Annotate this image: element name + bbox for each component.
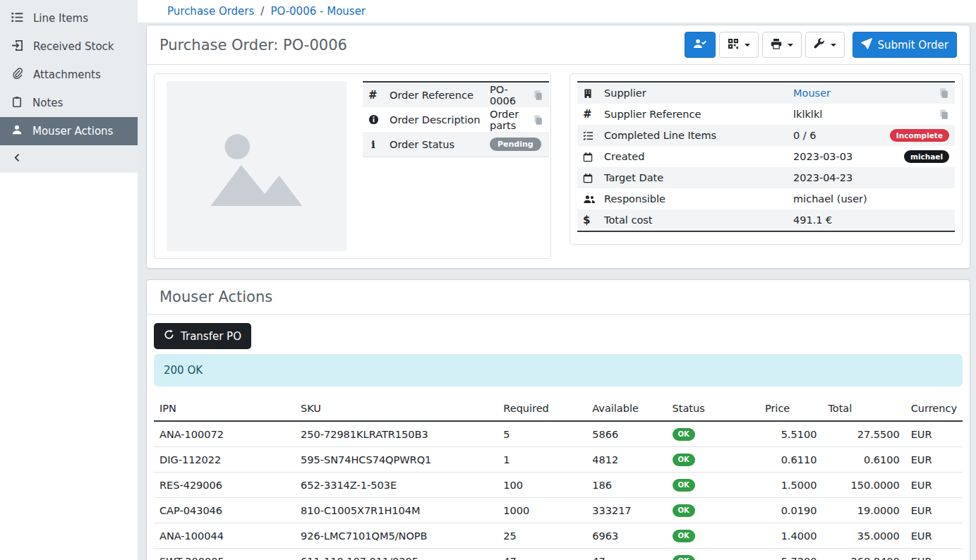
target-date-row: Target Date 2023-04-23 [577,167,955,188]
copy-icon[interactable] [533,114,543,126]
cell-required: 100 [498,473,586,498]
breadcrumb: Purchase Orders / PO-0006 - Mouser [138,0,976,23]
field-label: Target Date [604,172,793,183]
cell-available: 6963 [586,523,666,549]
copy-icon[interactable] [533,90,543,101]
cell-price: 5.7200 [759,549,822,560]
col-header-total: Total [822,401,905,421]
supplier-link[interactable]: Mouser [793,87,831,99]
status-ok-badge: OK [673,479,695,492]
cell-total: 150.0000 [822,473,905,498]
print-actions-button[interactable] [762,32,802,58]
calendar-icon [583,173,604,183]
field-label: Order Description [390,114,490,126]
cell-required: 1 [498,447,586,473]
sidebar-item-received-stock[interactable]: Received Stock [0,32,138,61]
admin-button[interactable] [685,32,716,58]
supplier-info-panel: Supplier Mouser # Supplier Reference lkl… [570,73,963,245]
cell-total: 268.8400 [822,549,905,560]
sidebar-item-label: Mouser Actions [32,125,113,138]
order-status-row: i Order Status Pending [363,132,549,157]
purchase-order-header: Purchase Order: PO-0006 [147,25,970,65]
field-label: Order Reference [390,90,490,101]
field-label: Supplier [604,87,793,99]
purchase-order-card: Purchase Order: PO-0006 [146,25,970,269]
cell-available: 5866 [586,421,666,447]
info-circle-icon [368,114,390,125]
completed-line-items-value: 0 / 6 [793,130,890,141]
col-header-status: Status [667,401,759,421]
table-row: DIG-112022 595-SN74HCS74QPWRQ1 1 4812 OK… [154,447,963,473]
cell-price: 0.6110 [759,447,822,473]
send-icon [861,38,872,52]
total-cost-value: 491.1 € [793,214,949,226]
table-header: IPN SKU Required Available Status Price … [154,401,963,421]
field-label: Completed Line Items [604,130,793,141]
refresh-icon [164,329,174,343]
cell-currency: EUR [905,447,963,473]
cell-ipn: CAP-043046 [154,498,295,523]
cell-sku: 250-72981KLRATR150B3 [295,421,498,447]
table-row: RES-429006 652-3314Z-1-503E 100 186 OK 1… [154,473,963,498]
caret-down-icon [788,44,793,47]
cell-currency: EUR [905,421,963,447]
cell-required: 1000 [498,498,586,523]
chevron-left-icon [13,152,22,165]
sign-in-icon [11,39,23,54]
created-value: 2023-03-03 [793,151,904,162]
sidebar-item-mouser-actions[interactable]: Mouser Actions [0,117,138,145]
cell-available: 4812 [586,447,666,473]
list-check-icon [583,130,604,141]
app-root: Line Items Received Stock Attachments No… [0,0,976,560]
sidebar-collapse-button[interactable] [0,145,138,171]
user-icon [11,124,23,138]
supplier-row: Supplier Mouser [577,83,955,104]
mouser-actions-title: Mouser Actions [147,280,970,315]
status-ok-badge: OK [673,504,695,517]
cell-required: 25 [498,523,586,549]
cell-available: 333217 [586,498,666,523]
supplier-info-table: Supplier Mouser # Supplier Reference lkl… [577,81,955,232]
sidebar-item-line-items[interactable]: Line Items [0,4,138,32]
cell-price: 0.0190 [759,498,822,523]
order-reference-row: # Order Reference PO-0006 [363,83,549,107]
wrench-icon [814,38,825,52]
cell-currency: EUR [905,523,963,549]
order-details-section: # Order Reference PO-0006 Order Descript… [147,65,970,268]
submit-order-button[interactable]: Submit Order [853,32,957,58]
users-icon [583,194,604,205]
caret-down-icon [831,44,836,47]
cell-ipn: SWT-200005 [154,549,295,560]
order-description-row: Order Description Order parts [363,107,549,132]
table-row: CAP-043046 810-C1005X7R1H104M 1000 33321… [154,498,963,523]
sidebar-item-attachments[interactable]: Attachments [0,61,138,89]
cell-sku: 652-3314Z-1-503E [295,473,498,498]
supplier-reference-row: # Supplier Reference lklklkl [577,104,955,125]
copy-icon[interactable] [939,87,949,99]
image-icon [198,112,315,221]
main-area: Purchase Orders / PO-0006 - Mouser Purch… [138,0,976,560]
content-area: Purchase Order: PO-0006 [138,23,976,560]
breadcrumb-link-purchase-orders[interactable]: Purchase Orders [167,5,254,18]
created-row: Created 2023-03-03 michael [577,146,955,167]
order-options-button[interactable] [805,32,845,58]
table-row: ANA-100044 926-LMC7101QM5/NOPB 25 6963 O… [154,523,963,549]
caret-down-icon [745,44,750,47]
table-body: ANA-100072 250-72981KLRATR150B3 5 5866 O… [154,421,963,560]
building-icon [583,88,604,99]
breadcrumb-link-current-order[interactable]: PO-0006 - Mouser [270,5,366,18]
header-actions: Submit Order [685,32,957,58]
hash-icon: # [583,108,604,121]
paperclip-icon [11,68,23,83]
status-ok-badge: OK [673,428,695,441]
page-title: Purchase Order: PO-0006 [159,37,347,54]
cell-price: 1.4000 [759,523,822,549]
cell-sku: 611-110.107.011/0205 [295,549,498,560]
copy-icon[interactable] [939,109,949,120]
supplier-reference-value: lklklkl [793,109,939,120]
barcode-actions-button[interactable] [719,32,759,58]
table-row: ANA-100072 250-72981KLRATR150B3 5 5866 O… [154,421,963,447]
transfer-po-button[interactable]: Transfer PO [154,323,251,349]
sidebar-item-notes[interactable]: Notes [0,89,138,117]
field-label: Responsible [604,193,793,205]
